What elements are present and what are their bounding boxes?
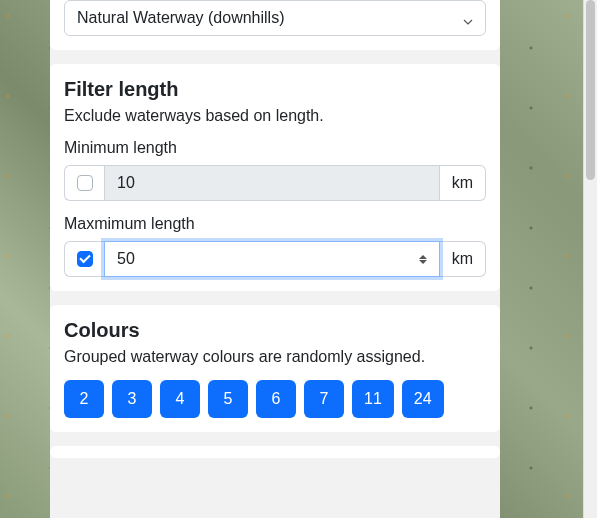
min-length-group: 10 km bbox=[64, 165, 486, 201]
waterway-type-card: Natural Waterway (downhills) bbox=[50, 0, 500, 50]
colour-button[interactable]: 7 bbox=[304, 380, 344, 418]
spinner-up-icon[interactable] bbox=[419, 255, 427, 259]
max-length-input[interactable]: 50 bbox=[104, 241, 440, 277]
colours-title: Colours bbox=[64, 319, 486, 342]
colour-button[interactable]: 4 bbox=[160, 380, 200, 418]
spinner-down-icon[interactable] bbox=[419, 260, 427, 264]
max-length-label: Maxmimum length bbox=[64, 215, 486, 233]
min-length-checkbox[interactable] bbox=[77, 175, 93, 191]
next-card-partial bbox=[50, 446, 500, 458]
settings-panel: Natural Waterway (downhills) Filter leng… bbox=[50, 0, 500, 518]
min-length-input[interactable]: 10 bbox=[104, 165, 440, 201]
colour-button[interactable]: 5 bbox=[208, 380, 248, 418]
chevron-down-icon bbox=[463, 13, 473, 23]
colour-buttons-row: 2 3 4 5 6 7 11 24 bbox=[64, 380, 486, 418]
colours-card: Colours Grouped waterway colours are ran… bbox=[50, 305, 500, 432]
filter-length-title: Filter length bbox=[64, 78, 486, 101]
max-length-checkbox[interactable] bbox=[77, 251, 93, 267]
colour-button[interactable]: 11 bbox=[352, 380, 394, 418]
max-length-group: 50 km bbox=[64, 241, 486, 277]
max-length-value: 50 bbox=[117, 250, 135, 268]
filter-length-card: Filter length Exclude waterways based on… bbox=[50, 64, 500, 291]
max-length-unit: km bbox=[440, 241, 486, 277]
waterway-type-selected-label: Natural Waterway (downhills) bbox=[77, 9, 284, 27]
waterway-type-select[interactable]: Natural Waterway (downhills) bbox=[64, 0, 486, 36]
colour-button[interactable]: 24 bbox=[402, 380, 444, 418]
number-spinner-icon[interactable] bbox=[419, 255, 427, 264]
min-length-label: Minimum length bbox=[64, 139, 486, 157]
colour-button[interactable]: 3 bbox=[112, 380, 152, 418]
colour-button[interactable]: 2 bbox=[64, 380, 104, 418]
colours-description: Grouped waterway colours are randomly as… bbox=[64, 348, 486, 366]
min-length-value: 10 bbox=[117, 174, 135, 192]
max-length-checkbox-wrap bbox=[64, 241, 104, 277]
min-length-unit: km bbox=[440, 165, 486, 201]
colour-button[interactable]: 6 bbox=[256, 380, 296, 418]
page-scrollbar[interactable] bbox=[583, 0, 597, 518]
min-length-checkbox-wrap bbox=[64, 165, 104, 201]
filter-length-description: Exclude waterways based on length. bbox=[64, 107, 486, 125]
scrollbar-thumb[interactable] bbox=[586, 0, 595, 180]
